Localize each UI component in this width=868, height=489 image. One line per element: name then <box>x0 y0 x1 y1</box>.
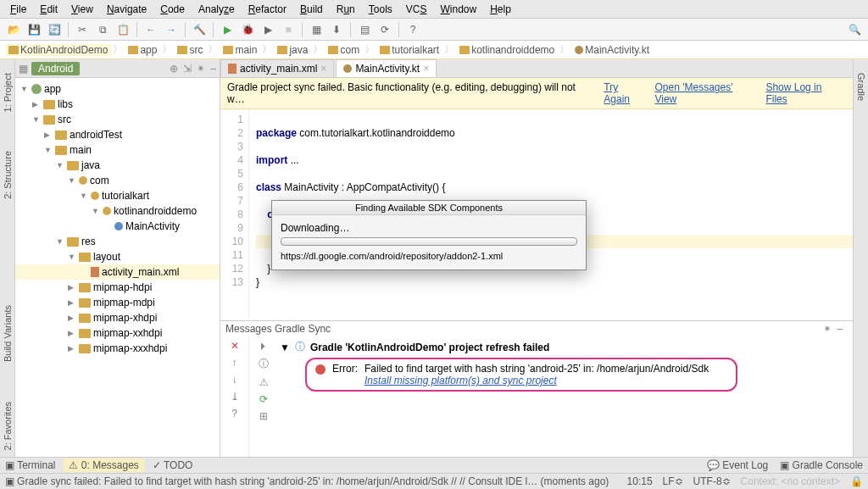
back-icon[interactable]: ← <box>142 21 159 38</box>
vtab-favorites[interactable]: 2: Favorites <box>3 395 13 457</box>
tab-terminal[interactable]: ▣ Terminal <box>5 459 55 471</box>
help-icon[interactable]: ? <box>404 21 421 38</box>
cut-icon[interactable]: ✂ <box>74 21 91 38</box>
export-icon[interactable]: ⤓ <box>231 391 239 403</box>
gear-icon[interactable]: ✴ <box>823 323 837 335</box>
menu-navigate[interactable]: Navigate <box>100 3 153 15</box>
status-pos[interactable]: 10:15 <box>627 475 653 487</box>
vtab-project[interactable]: 1: Project <box>3 66 13 119</box>
debug-icon[interactable]: 🐞 <box>239 21 256 38</box>
bc-project[interactable]: KotlinAndroidDemo <box>5 44 111 56</box>
bc-com[interactable]: com <box>325 44 363 56</box>
banner-open-messages[interactable]: Open 'Messages' View <box>654 81 757 105</box>
tab-messages[interactable]: ⚠ 0: Messages <box>64 458 143 472</box>
vtab-gradle[interactable]: Gradle <box>856 66 866 108</box>
tree-item-mipmap-xhdpi[interactable]: ▶mipmap-xhdpi <box>15 310 220 325</box>
expand-icon[interactable]: ⊕ <box>170 63 178 75</box>
tree-item-mainactivity[interactable]: MainActivity <box>15 219 220 234</box>
menu-view[interactable]: View <box>64 3 100 15</box>
tree-item-java[interactable]: ▼java <box>15 158 220 173</box>
sync-icon[interactable]: 🔄 <box>46 21 63 38</box>
bc-src[interactable]: src <box>174 44 206 56</box>
run-icon[interactable]: ▶ <box>219 21 236 38</box>
tree-item-activity_main-xml[interactable]: activity_main.xml <box>15 264 220 280</box>
tree-item-kotlinandroiddemo[interactable]: ▼kotlinandroiddemo <box>15 203 220 219</box>
status-enc[interactable]: UTF-8≎ <box>693 475 731 487</box>
banner-try-again[interactable]: Try Again <box>604 81 646 105</box>
tree-item-src[interactable]: ▼src <box>15 112 220 127</box>
tree-item-androidtest[interactable]: ▶androidTest <box>15 127 220 142</box>
gear-icon[interactable]: ✴ <box>197 63 205 75</box>
menu-edit[interactable]: Edit <box>33 3 64 15</box>
build-icon[interactable]: 🔨 <box>191 21 208 38</box>
install-platform-link[interactable]: Install missing platform(s) and sync pro… <box>364 375 557 386</box>
menu-build[interactable]: Build <box>293 3 330 15</box>
info-icon[interactable]: ⓘ <box>259 357 269 371</box>
hide-icon[interactable]: – <box>210 63 216 75</box>
tree-item-com[interactable]: ▼com <box>15 173 220 188</box>
bc-kad[interactable]: kotlinandroiddemo <box>456 44 558 56</box>
bc-app[interactable]: app <box>125 44 160 56</box>
menu-file[interactable]: File <box>3 3 33 15</box>
tree-item-mipmap-mdpi[interactable]: ▶mipmap-mdpi <box>15 295 220 310</box>
project-view-mode[interactable]: Android <box>31 62 80 75</box>
open-icon[interactable]: 📂 <box>5 21 22 38</box>
sdk-icon[interactable]: ⬇ <box>328 21 345 38</box>
tab-todo[interactable]: ✓ TODO <box>153 459 193 471</box>
tree-item-res[interactable]: ▼res <box>15 234 220 249</box>
bc-main[interactable]: main <box>220 44 260 56</box>
bc-tk[interactable]: tutorialkart <box>376 44 442 56</box>
status-context[interactable]: Context: <no context> <box>741 475 840 487</box>
warn-icon[interactable]: ⚠ <box>259 376 269 388</box>
stop-icon[interactable]: ■ <box>280 21 297 38</box>
collapse-icon[interactable]: ⇲ <box>183 63 192 75</box>
menu-code[interactable]: Code <box>153 3 192 15</box>
menu-analyze[interactable]: Analyze <box>192 3 242 15</box>
vtab-build-variants[interactable]: Build Variants <box>3 298 13 369</box>
down-icon[interactable]: ↓ <box>232 374 237 386</box>
tree-item-libs[interactable]: ▶libs <box>15 97 220 112</box>
tab-activity-main[interactable]: activity_main.xml× <box>220 59 334 77</box>
avd-icon[interactable]: ▦ <box>308 21 325 38</box>
status-lf[interactable]: LF≎ <box>663 475 683 487</box>
lock-icon[interactable]: 🔒 <box>850 475 863 487</box>
close-icon[interactable]: × <box>423 63 429 75</box>
menu-tools[interactable]: Tools <box>362 3 399 15</box>
tree-item-mipmap-hdpi[interactable]: ▶mipmap-hdpi <box>15 280 220 295</box>
status-icon[interactable]: ▣ <box>5 475 14 487</box>
paste-icon[interactable]: 📋 <box>114 21 131 38</box>
tree-item-tutorialkart[interactable]: ▼tutorialkart <box>15 188 220 203</box>
tab-gradle-console[interactable]: ▣ Gradle Console <box>780 459 863 471</box>
up-icon[interactable]: ↑ <box>232 357 237 369</box>
tree-item-app[interactable]: ▼app <box>15 81 220 97</box>
tree-icon[interactable]: ⊞ <box>259 410 268 422</box>
tree-item-mipmap-xxxhdpi[interactable]: ▶mipmap-xxxhdpi <box>15 341 220 356</box>
sync-gradle-icon[interactable]: ⟳ <box>376 21 393 38</box>
vtab-structure[interactable]: 2: Structure <box>3 144 13 206</box>
err-icon[interactable]: ⟳ <box>259 393 268 405</box>
tab-main-activity[interactable]: MainActivity.kt× <box>336 59 437 77</box>
menu-run[interactable]: Run <box>330 3 362 15</box>
close-icon[interactable]: ✕ <box>231 340 239 352</box>
attach-icon[interactable]: ▶ <box>259 21 276 38</box>
hide-icon[interactable]: – <box>837 323 848 335</box>
save-icon[interactable]: 💾 <box>25 21 42 38</box>
menu-window[interactable]: Window <box>433 3 483 15</box>
bc-file[interactable]: MainActivity.kt <box>571 44 653 56</box>
forward-icon[interactable]: → <box>163 21 180 38</box>
menu-vcs[interactable]: VCS <box>399 3 434 15</box>
struct-icon[interactable]: ▤ <box>356 21 373 38</box>
filter-icon[interactable]: ⏵ <box>259 340 269 352</box>
menu-help[interactable]: Help <box>483 3 518 15</box>
project-tree[interactable]: ▼app▶libs▼src▶androidTest▼main▼java▼com▼… <box>15 78 220 457</box>
tab-event-log[interactable]: 💬 Event Log <box>707 459 768 471</box>
search-icon[interactable]: 🔍 <box>846 21 863 38</box>
tree-item-layout[interactable]: ▼layout <box>15 249 220 264</box>
close-icon[interactable]: × <box>320 63 326 75</box>
copy-icon[interactable]: ⧉ <box>94 21 111 38</box>
menu-refactor[interactable]: Refactor <box>242 3 293 15</box>
help-icon[interactable]: ? <box>231 408 237 420</box>
tree-item-main[interactable]: ▼main <box>15 142 220 158</box>
bc-java[interactable]: java <box>274 44 311 56</box>
banner-show-log[interactable]: Show Log in Files <box>765 81 846 105</box>
